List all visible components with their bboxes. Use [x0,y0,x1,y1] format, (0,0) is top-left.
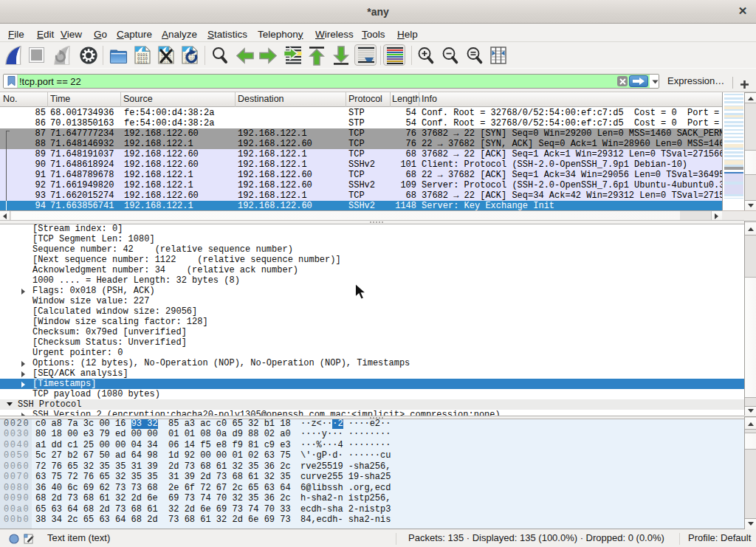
svg-text:0111: 0111 [137,60,148,64]
